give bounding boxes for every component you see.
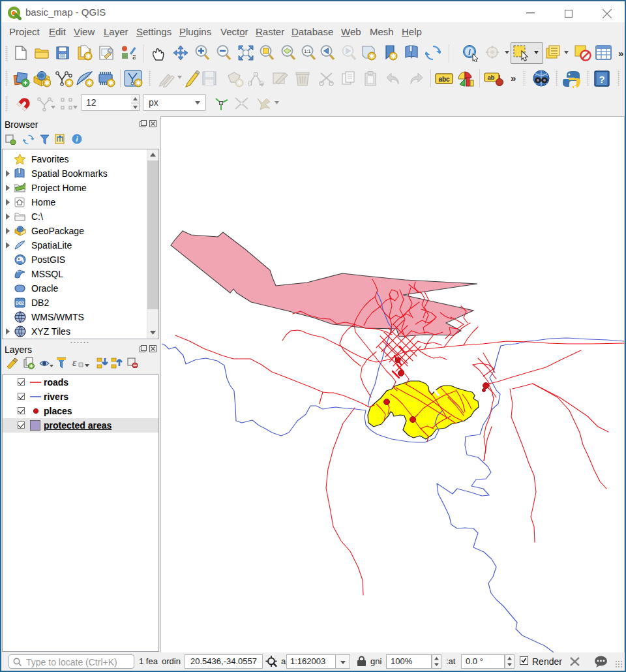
svg-text:✱: ✱ — [44, 79, 50, 87]
svg-text:✱: ✱ — [368, 52, 374, 60]
svg-text:✱: ✱ — [66, 79, 72, 87]
svg-text:✱: ✱ — [135, 79, 141, 87]
svg-text:ε: ε — [72, 357, 77, 368]
svg-text:?: ? — [599, 74, 604, 85]
svg-text:✱: ✱ — [236, 79, 242, 87]
svg-text:DB2: DB2 — [16, 301, 24, 305]
svg-text:ab: ab — [488, 74, 495, 81]
svg-text:✱: ✱ — [85, 52, 91, 60]
svg-text:1:1: 1:1 — [304, 48, 310, 54]
svg-text:a: a — [132, 52, 136, 60]
svg-text:✱: ✱ — [390, 52, 396, 60]
svg-text:✱: ✱ — [108, 79, 113, 87]
svg-text:abc: abc — [438, 76, 450, 83]
svg-text:✱: ✱ — [86, 79, 92, 87]
